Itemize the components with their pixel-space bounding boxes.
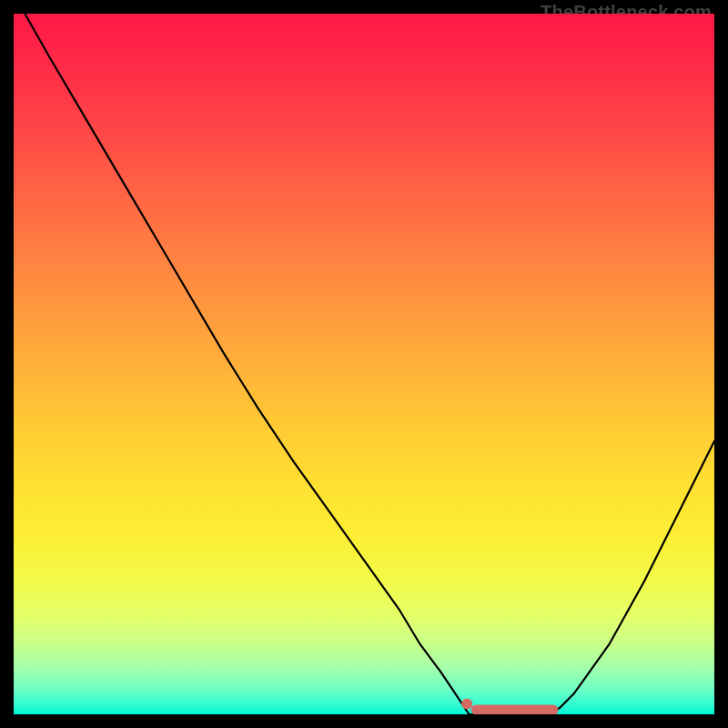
bottleneck-curve <box>25 14 714 714</box>
plot-area <box>14 14 714 714</box>
chart-frame: TheBottleneck.com <box>0 0 728 728</box>
optimal-point-marker <box>461 699 472 710</box>
curve-overlay <box>14 14 714 714</box>
